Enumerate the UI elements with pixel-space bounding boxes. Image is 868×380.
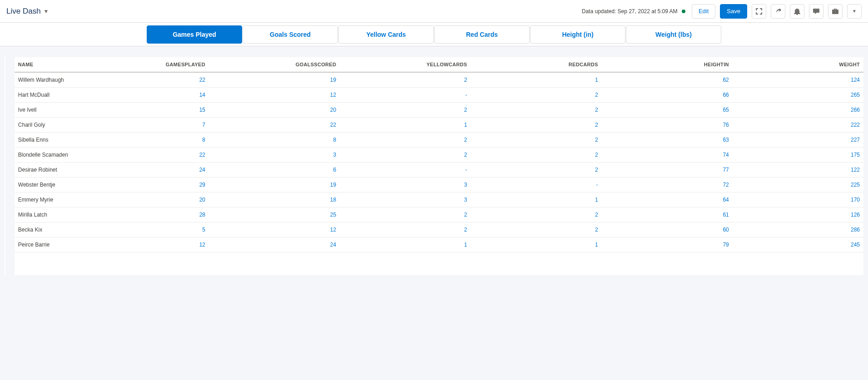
- cell-value: 66: [602, 88, 733, 103]
- cell-value: 15: [78, 103, 209, 118]
- cell-value: 2: [471, 207, 601, 222]
- cell-value: 19: [209, 178, 340, 192]
- cell-value: 286: [733, 222, 863, 237]
- data-table-panel: NAMEGAMESPLAYEDGOALSSCOREDYELLOWCARDSRED…: [15, 57, 863, 275]
- fullscreen-button[interactable]: [752, 4, 766, 19]
- cell-value: 3: [340, 192, 471, 207]
- cell-name: Webster Bentje: [15, 178, 78, 192]
- cell-value: 222: [733, 118, 863, 133]
- tab-red-cards[interactable]: Red Cards: [434, 25, 530, 44]
- table-row[interactable]: Ive Ivell15202265266: [15, 103, 863, 118]
- cell-value: 20: [78, 192, 209, 207]
- cell-value: 2: [340, 148, 471, 163]
- cell-value: 28: [78, 207, 209, 222]
- cell-value: 8: [209, 133, 340, 148]
- dropdown-button[interactable]: ▼: [847, 4, 862, 19]
- cell-value: 60: [602, 222, 733, 237]
- table-row[interactable]: Hart McDuall1412-266265: [15, 88, 863, 103]
- table-row[interactable]: Willem Wardhaugh22192162124: [15, 72, 863, 88]
- cell-value: 266: [733, 103, 863, 118]
- cell-value: 22: [78, 148, 209, 163]
- table-row[interactable]: Desirae Robinet246-277122: [15, 163, 863, 178]
- cell-value: 2: [471, 88, 601, 103]
- cell-value: 1: [340, 118, 471, 133]
- cell-value: 2: [471, 118, 601, 133]
- cell-value: 265: [733, 88, 863, 103]
- table-row[interactable]: Sibella Enns882263227: [15, 133, 863, 148]
- table-header-name[interactable]: NAME: [15, 57, 78, 72]
- chart-panel: NAME A 0510152025303540 Fergus Crosson39…: [5, 57, 5, 275]
- cell-value: 76: [602, 118, 733, 133]
- table-header-weight[interactable]: WEIGHT: [733, 57, 863, 72]
- table-header-goalsscored[interactable]: GOALSSCORED: [209, 57, 340, 72]
- data-updated-text: Data updated: Sep 27, 2022 at 5:09 AM: [582, 8, 685, 15]
- table-row[interactable]: Becka Kix5122260286: [15, 222, 863, 237]
- cell-value: 2: [340, 103, 471, 118]
- cell-value: 5: [78, 222, 209, 237]
- content-area: NAME A 0510152025303540 Fergus Crosson39…: [0, 46, 868, 280]
- cell-name: Ive Ivell: [15, 103, 78, 118]
- tab-yellow-cards[interactable]: Yellow Cards: [338, 25, 434, 44]
- cell-value: 1: [471, 192, 601, 207]
- cell-name: Hart McDuall: [15, 88, 78, 103]
- cell-value: 24: [209, 237, 340, 252]
- tab-games-played[interactable]: Games Played: [147, 25, 242, 44]
- table-row[interactable]: Webster Bentje29193-72225: [15, 178, 863, 192]
- cell-value: 29: [78, 178, 209, 192]
- share-button[interactable]: [771, 4, 785, 19]
- table-body: Willem Wardhaugh22192162124Hart McDuall1…: [15, 72, 863, 252]
- cell-value: 14: [78, 88, 209, 103]
- edit-button[interactable]: Edit: [692, 4, 715, 19]
- table-row[interactable]: Emmery Myrie20183164170: [15, 192, 863, 207]
- save-button[interactable]: Save: [720, 4, 747, 19]
- table-header-row: NAMEGAMESPLAYEDGOALSSCOREDYELLOWCARDSRED…: [15, 57, 863, 72]
- table-row[interactable]: Mirilla Latch28252261126: [15, 207, 863, 222]
- cell-name: Peirce Barrie: [15, 237, 78, 252]
- cell-name: Desirae Robinet: [15, 163, 78, 178]
- cell-value: 175: [733, 148, 863, 163]
- tab-goals-scored[interactable]: Goals Scored: [243, 25, 338, 44]
- cell-value: 1: [471, 237, 601, 252]
- cell-value: 72: [602, 178, 733, 192]
- comments-button[interactable]: [809, 4, 823, 19]
- cell-value: -: [340, 163, 471, 178]
- tab-weight-lbs-[interactable]: Weight (lbs): [626, 25, 721, 44]
- bell-icon: [794, 8, 801, 15]
- cell-value: 2: [471, 133, 601, 148]
- cell-name: Blondelle Scamaden: [15, 148, 78, 163]
- cell-value: 2: [471, 163, 601, 178]
- cell-value: 63: [602, 133, 733, 148]
- cell-value: 124: [733, 72, 863, 88]
- table-header-heightin[interactable]: HEIGHTIN: [602, 57, 733, 72]
- measure-tabs: Games PlayedGoals ScoredYellow CardsRed …: [0, 23, 868, 46]
- table-row[interactable]: Peirce Barrie12241179245: [15, 237, 863, 252]
- cell-name: Mirilla Latch: [15, 207, 78, 222]
- table-row[interactable]: Blondelle Scamaden2232274175: [15, 148, 863, 163]
- table-scroll[interactable]: NAMEGAMESPLAYEDGOALSSCOREDYELLOWCARDSRED…: [15, 57, 863, 275]
- cell-value: 1: [340, 237, 471, 252]
- cell-value: 25: [209, 207, 340, 222]
- cell-value: 22: [78, 72, 209, 88]
- cell-value: 227: [733, 133, 863, 148]
- more-button[interactable]: [828, 4, 843, 19]
- chat-icon: [813, 8, 820, 15]
- cell-name: Emmery Myrie: [15, 192, 78, 207]
- cell-value: 2: [340, 72, 471, 88]
- cell-value: 3: [209, 148, 340, 163]
- table-header-redcards[interactable]: REDCARDS: [471, 57, 601, 72]
- data-table: NAMEGAMESPLAYEDGOALSSCOREDYELLOWCARDSRED…: [15, 57, 863, 252]
- cell-value: 79: [602, 237, 733, 252]
- table-header-yellowcards[interactable]: YELLOWCARDS: [340, 57, 471, 72]
- cell-value: -: [340, 88, 471, 103]
- table-header-gamesplayed[interactable]: GAMESPLAYED: [78, 57, 209, 72]
- cell-value: 12: [209, 88, 340, 103]
- topbar-left: Live Dash ▼: [6, 7, 49, 16]
- chevron-down-icon[interactable]: ▼: [44, 8, 49, 15]
- table-row[interactable]: Charil Goly7221276222: [15, 118, 863, 133]
- notifications-button[interactable]: [790, 4, 804, 19]
- cell-value: 122: [733, 163, 863, 178]
- cell-value: 2: [471, 103, 601, 118]
- cell-value: 8: [78, 133, 209, 148]
- cell-value: 65: [602, 103, 733, 118]
- tab-height-in-[interactable]: Height (in): [530, 25, 625, 44]
